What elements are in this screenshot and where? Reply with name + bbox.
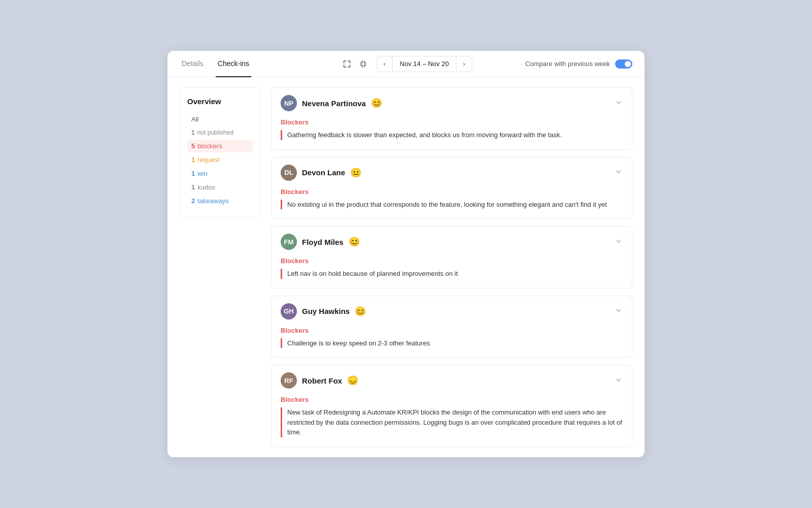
date-navigator: ‹ Nov 14 – Nov 20 › bbox=[377, 56, 472, 72]
card-guy: GH Guy Hawkins 😊 Blockers Challenge is t… bbox=[271, 296, 632, 358]
sidebar-item-takeaways[interactable]: 2 takeaways bbox=[187, 195, 253, 207]
card-header-left: FM Floyd Miles 😊 bbox=[281, 234, 360, 250]
header-right: Compare with previous week bbox=[525, 59, 632, 69]
sidebar-item-label: kudos bbox=[197, 183, 215, 191]
blocker-text: Left nav is on hold because of planned i… bbox=[281, 269, 623, 279]
blocker-text: Gathering feedback is slower than expect… bbox=[281, 130, 623, 140]
avatar: GH bbox=[281, 303, 297, 320]
next-week-button[interactable]: › bbox=[456, 56, 471, 72]
compare-label: Compare with previous week bbox=[525, 60, 610, 68]
sidebar: Overview All 1 not published 5 blockers … bbox=[180, 87, 261, 218]
sidebar-item-count: 2 bbox=[191, 197, 195, 205]
section-label: Blockers bbox=[281, 118, 623, 126]
sidebar-item-win[interactable]: 1 win bbox=[187, 167, 253, 180]
card-body: Blockers Gathering feedback is slower th… bbox=[272, 118, 632, 149]
sidebar-title: Overview bbox=[187, 97, 253, 106]
person-name: Robert Fox bbox=[302, 376, 342, 385]
chevron-down-icon[interactable] bbox=[615, 168, 623, 177]
header-center: ‹ Nov 14 – Nov 20 › bbox=[340, 56, 472, 72]
section-label: Blockers bbox=[281, 188, 623, 196]
avatar: NP bbox=[281, 95, 297, 111]
sidebar-item-count: 1 bbox=[191, 170, 195, 177]
sidebar-item-label: takeaways bbox=[197, 197, 228, 205]
card-body: Blockers Challenge is to keep speed on 2… bbox=[272, 327, 632, 358]
blocker-text: Challenge is to keep speed on 2-3 other … bbox=[281, 338, 623, 348]
body: Overview All 1 not published 5 blockers … bbox=[167, 77, 645, 457]
person-name: Devon Lane bbox=[302, 168, 345, 177]
collapse-icon[interactable] bbox=[356, 57, 370, 71]
section-label: Blockers bbox=[281, 257, 623, 265]
card-devon: DL Devon Lane 😐 Blockers No existing ui … bbox=[271, 157, 632, 219]
mood-icon: 😊 bbox=[371, 98, 382, 109]
expand-collapse-buttons bbox=[340, 57, 370, 71]
expand-icon[interactable] bbox=[340, 57, 354, 71]
mood-icon: 😐 bbox=[350, 167, 361, 178]
card-header: GH Guy Hawkins 😊 bbox=[272, 296, 632, 327]
card-header-left: GH Guy Hawkins 😊 bbox=[281, 303, 366, 320]
person-name: Nevena Partinova bbox=[302, 99, 366, 108]
card-header-left: RF Robert Fox 😞 bbox=[281, 372, 358, 389]
sidebar-item-kudos[interactable]: 1 kudos bbox=[187, 181, 253, 194]
compare-toggle[interactable] bbox=[615, 59, 632, 69]
sidebar-item-label: blockers bbox=[197, 142, 222, 150]
card-nevena: NP Nevena Partinova 😊 Blockers Gathering… bbox=[271, 87, 632, 150]
person-name: Floyd Miles bbox=[302, 238, 344, 246]
card-body: Blockers Left nav is on hold because of … bbox=[272, 257, 632, 288]
prev-week-button[interactable]: ‹ bbox=[377, 56, 392, 72]
card-robert: RF Robert Fox 😞 Blockers New task of Red… bbox=[271, 365, 632, 447]
avatar: FM bbox=[281, 234, 297, 250]
sidebar-item-blockers[interactable]: 5 blockers bbox=[187, 140, 253, 152]
sidebar-item-label: not published bbox=[197, 129, 233, 136]
sidebar-item-count: 1 bbox=[191, 183, 195, 191]
sidebar-item-label: request bbox=[197, 156, 219, 164]
mood-icon: 😊 bbox=[349, 236, 360, 247]
header: Details Check-ins ‹ Nov 14 – N bbox=[167, 51, 645, 77]
person-name: Guy Hawkins bbox=[302, 307, 350, 315]
blocker-text: New task of Redesigning a Automate KR/KP… bbox=[281, 407, 623, 437]
sidebar-item-count: 1 bbox=[191, 129, 195, 136]
tab-details[interactable]: Details bbox=[180, 51, 206, 77]
chevron-down-icon[interactable] bbox=[615, 99, 623, 108]
avatar: RF bbox=[281, 372, 297, 389]
sidebar-item-label: win bbox=[197, 170, 208, 177]
avatar: DL bbox=[281, 165, 297, 181]
date-range-label: Nov 14 – Nov 20 bbox=[392, 56, 457, 72]
card-header: DL Devon Lane 😐 bbox=[272, 157, 632, 188]
card-header: FM Floyd Miles 😊 bbox=[272, 227, 632, 257]
cards-list: NP Nevena Partinova 😊 Blockers Gathering… bbox=[271, 87, 632, 447]
sidebar-item-all[interactable]: All bbox=[187, 113, 253, 125]
tab-checkins[interactable]: Check-ins bbox=[216, 51, 251, 77]
sidebar-item-label: All bbox=[191, 115, 198, 123]
chevron-down-icon[interactable] bbox=[615, 376, 623, 386]
card-header: NP Nevena Partinova 😊 bbox=[272, 88, 632, 118]
sidebar-item-count: 1 bbox=[191, 156, 195, 164]
sidebar-item-request[interactable]: 1 request bbox=[187, 153, 253, 166]
card-floyd: FM Floyd Miles 😊 Blockers Left nav is on… bbox=[271, 226, 632, 289]
chevron-down-icon[interactable] bbox=[615, 237, 623, 247]
card-body: Blockers No existing ui in the product t… bbox=[272, 188, 632, 219]
chevron-down-icon[interactable] bbox=[615, 306, 623, 316]
card-header-left: NP Nevena Partinova 😊 bbox=[281, 95, 382, 111]
section-label: Blockers bbox=[281, 396, 623, 403]
mood-icon: 😞 bbox=[347, 375, 358, 386]
sidebar-item-count: 5 bbox=[191, 142, 195, 150]
section-label: Blockers bbox=[281, 327, 623, 334]
mood-icon: 😊 bbox=[355, 306, 366, 317]
blocker-text: No existing ui in the product that corre… bbox=[281, 200, 623, 210]
card-body: Blockers New task of Redesigning a Autom… bbox=[272, 396, 632, 447]
card-header-left: DL Devon Lane 😐 bbox=[281, 165, 361, 181]
card-header: RF Robert Fox 😞 bbox=[272, 365, 632, 396]
sidebar-item-not-published[interactable]: 1 not published bbox=[187, 126, 253, 139]
